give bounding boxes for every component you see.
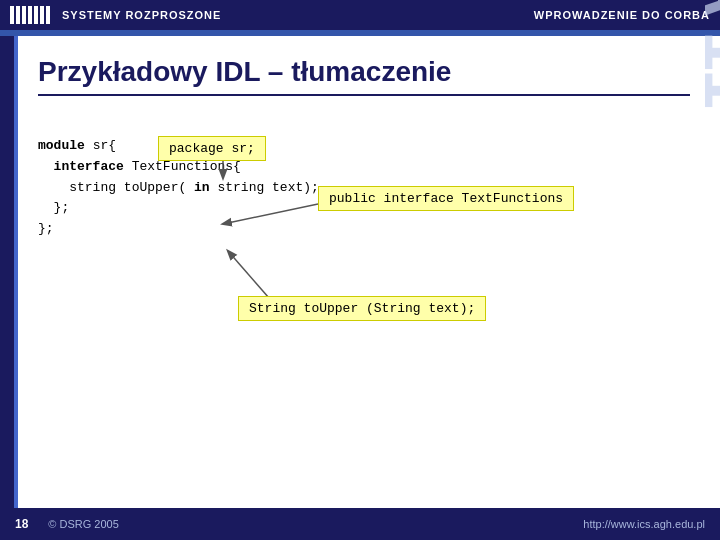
code-interface-name: TextFunctions{ <box>132 159 241 174</box>
code-method-param: string text); <box>210 180 319 195</box>
page-title: Przykładowy IDL – tłumaczenie <box>38 56 690 96</box>
footer-copyright: © DSRG 2005 <box>48 518 118 530</box>
main-content: Przykładowy IDL – tłumaczenie package sr… <box>0 36 720 508</box>
stripe-4 <box>28 6 32 24</box>
callout-interface: public interface TextFunctions <box>318 186 574 211</box>
header-stripes <box>10 6 50 24</box>
code-line-2: interface TextFunctions{ <box>38 157 690 178</box>
keyword-in: in <box>194 180 210 195</box>
content-area: Przykładowy IDL – tłumaczenie package sr… <box>18 36 720 508</box>
stripe-6 <box>40 6 44 24</box>
section-label: WPROWADZENIE DO CORBA <box>534 9 710 21</box>
stripe-2 <box>16 6 20 24</box>
footer-url: http://www.ics.agh.edu.pl <box>583 518 705 530</box>
corba-watermark: CORBA 11 <box>689 0 720 107</box>
header-bar: SYSTEMY ROZPROSZONE WPROWADZENIE DO CORB… <box>0 0 720 30</box>
stripe-3 <box>22 6 26 24</box>
callout-string: String toUpper (String text); <box>238 296 486 321</box>
stripe-5 <box>34 6 38 24</box>
code-area: package sr; public interface TextFunctio… <box>38 136 690 416</box>
stripe-1 <box>10 6 14 24</box>
footer-page-number: 18 <box>15 517 28 531</box>
code-method: string toUpper( <box>69 180 194 195</box>
code-line-5: }; <box>38 219 690 240</box>
code-module-name: sr{ <box>93 138 116 153</box>
left-sidebar <box>0 36 18 508</box>
stripe-7 <box>46 6 50 24</box>
callout-package: package sr; <box>158 136 266 161</box>
org-label: SYSTEMY ROZPROSZONE <box>62 9 221 21</box>
footer: 18 © DSRG 2005 http://www.ics.agh.edu.pl <box>0 508 720 540</box>
keyword-interface: interface <box>54 159 124 174</box>
keyword-module: module <box>38 138 85 153</box>
code-line-1: module sr{ <box>38 136 690 157</box>
